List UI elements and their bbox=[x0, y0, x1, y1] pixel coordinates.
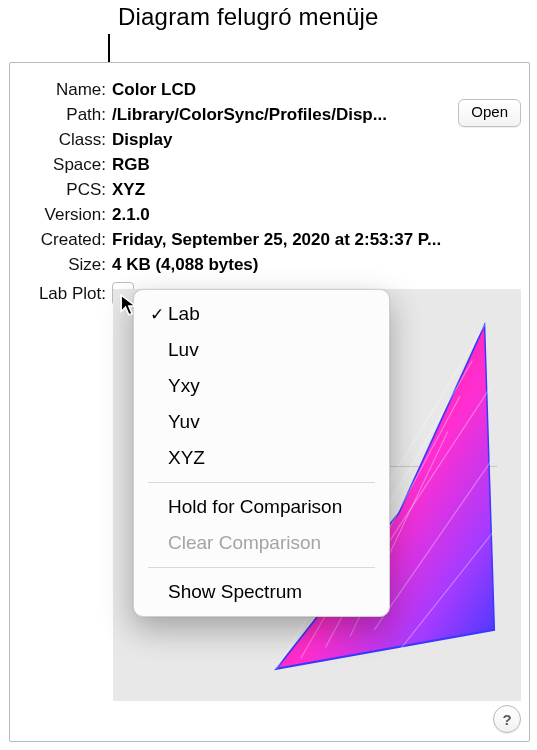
plot-type-popup-menu: ✓ Lab Luv Yxy Yuv XYZ Hold for Compariso… bbox=[133, 289, 390, 617]
menu-item-label: Luv bbox=[168, 339, 199, 361]
menu-item-lab[interactable]: ✓ Lab bbox=[134, 296, 389, 332]
row-name: Name: Color LCD bbox=[10, 77, 529, 102]
menu-item-label: Yuv bbox=[168, 411, 200, 433]
label-version: Version: bbox=[10, 202, 112, 227]
menu-item-show-spectrum[interactable]: Show Spectrum bbox=[134, 574, 389, 610]
checkmark-icon: ✓ bbox=[146, 304, 168, 325]
value-pcs: XYZ bbox=[112, 177, 529, 202]
menu-item-hold-comparison[interactable]: Hold for Comparison bbox=[134, 489, 389, 525]
menu-item-yxy[interactable]: Yxy bbox=[134, 368, 389, 404]
menu-item-label: XYZ bbox=[168, 447, 205, 469]
label-size: Size: bbox=[10, 252, 112, 277]
menu-item-label: Show Spectrum bbox=[168, 581, 302, 603]
value-created: Friday, September 25, 2020 at 2:53:37 P.… bbox=[112, 227, 529, 252]
menu-item-label: Lab bbox=[168, 303, 200, 325]
menu-separator bbox=[148, 567, 375, 568]
open-button[interactable]: Open bbox=[458, 99, 521, 127]
label-lab-plot: Lab Plot: bbox=[10, 281, 112, 306]
label-space: Space: bbox=[10, 152, 112, 177]
menu-separator bbox=[148, 482, 375, 483]
value-version: 2.1.0 bbox=[112, 202, 529, 227]
label-path: Path: bbox=[10, 102, 112, 127]
value-class: Display bbox=[112, 127, 529, 152]
value-size: 4 KB (4,088 bytes) bbox=[112, 252, 529, 277]
menu-item-clear-comparison: Clear Comparison bbox=[134, 525, 389, 561]
label-class: Class: bbox=[10, 127, 112, 152]
row-size: Size: 4 KB (4,088 bytes) bbox=[10, 252, 529, 277]
row-space: Space: RGB bbox=[10, 152, 529, 177]
label-pcs: PCS: bbox=[10, 177, 112, 202]
help-button[interactable]: ? bbox=[493, 705, 521, 733]
menu-item-label: Yxy bbox=[168, 375, 200, 397]
row-version: Version: 2.1.0 bbox=[10, 202, 529, 227]
menu-item-yuv[interactable]: Yuv bbox=[134, 404, 389, 440]
row-pcs: PCS: XYZ bbox=[10, 177, 529, 202]
label-created: Created: bbox=[10, 227, 112, 252]
menu-item-luv[interactable]: Luv bbox=[134, 332, 389, 368]
label-name: Name: bbox=[10, 77, 112, 102]
row-class: Class: Display bbox=[10, 127, 529, 152]
row-created: Created: Friday, September 25, 2020 at 2… bbox=[10, 227, 529, 252]
menu-item-label: Hold for Comparison bbox=[168, 496, 342, 518]
value-space: RGB bbox=[112, 152, 529, 177]
callout-label: Diagram felugró menüje bbox=[118, 3, 379, 31]
menu-item-xyz[interactable]: XYZ bbox=[134, 440, 389, 476]
profile-fields: Name: Color LCD Path: /Library/ColorSync… bbox=[10, 63, 529, 306]
menu-item-label: Clear Comparison bbox=[168, 532, 321, 554]
row-path: Path: /Library/ColorSync/Profiles/Disp..… bbox=[10, 102, 529, 127]
